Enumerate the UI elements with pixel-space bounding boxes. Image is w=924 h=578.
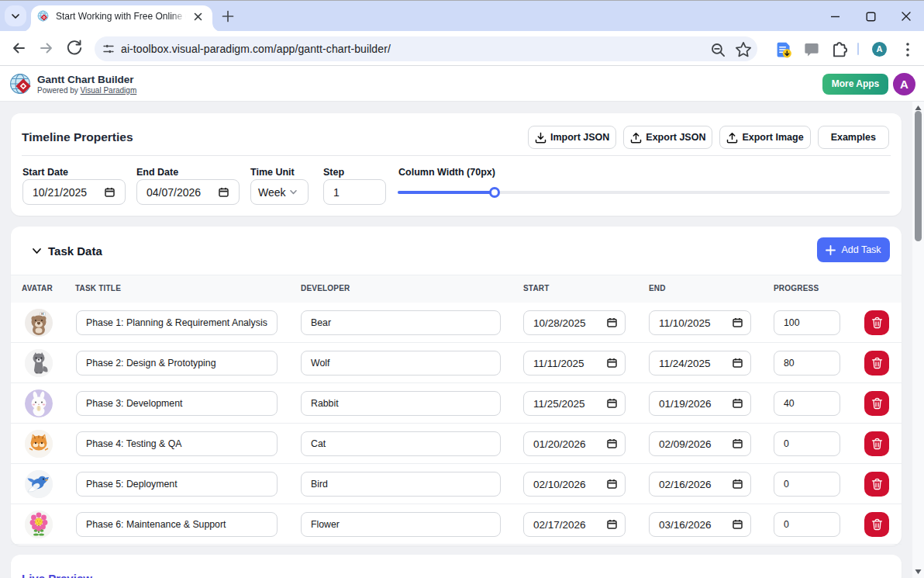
svg-text:HI: HI [41,313,44,316]
